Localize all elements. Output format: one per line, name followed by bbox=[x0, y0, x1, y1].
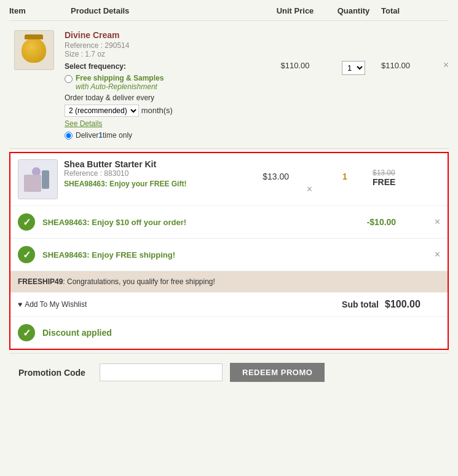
freeship-message: : Congratulations, you qualify for free … bbox=[63, 277, 215, 286]
divine-cream-image-box bbox=[14, 30, 54, 70]
promo-discount-amount: -$10.00 bbox=[367, 217, 435, 227]
cream-jar-icon bbox=[22, 38, 46, 63]
discount-applied-row: Discount applied bbox=[10, 317, 448, 349]
header-total: Total bbox=[381, 6, 449, 15]
promo-shipping-row: SHEA98463: Enjoy FREE shipping! × bbox=[10, 239, 448, 271]
shea-butter-remove-button[interactable]: × bbox=[307, 184, 312, 195]
promo-discount-row: SHEA98463: Enjoy $10 off your order! -$1… bbox=[10, 206, 448, 239]
auto-replenishment-label: Free shipping & Samples bbox=[76, 74, 164, 82]
shea-promo-code: SHEA98463 bbox=[64, 180, 105, 188]
shea-butter-reference: Reference : 883010 bbox=[64, 169, 245, 178]
auto-replenishment-radio[interactable] bbox=[65, 75, 73, 83]
promo-section-red-border: Shea Butter Starter Kit Reference : 8830… bbox=[9, 152, 449, 350]
divine-cream-image bbox=[9, 30, 58, 70]
header-details: Product Details bbox=[71, 6, 264, 15]
discount-check-icon bbox=[18, 324, 35, 341]
deliver-once-suffix: time only bbox=[103, 131, 132, 140]
divine-cream-row: Divine Cream Reference : 290514 Size : 1… bbox=[9, 24, 449, 149]
heart-icon: ♥ bbox=[18, 300, 22, 309]
deliver-once-prefix: Deliver bbox=[76, 131, 98, 140]
shea-box-icon bbox=[24, 175, 41, 192]
select-frequency-label: Select frequency: bbox=[65, 62, 264, 71]
deliver-every-row: Order today & deliver every bbox=[65, 93, 264, 102]
shea-butter-price: $13.00 bbox=[245, 159, 307, 181]
freeship-code: FREESHIP49 bbox=[18, 277, 63, 286]
divine-cream-name: Divine Cream bbox=[65, 30, 264, 40]
shea-butter-promo: SHEA98463: Enjoy your FREE Gift! bbox=[64, 180, 245, 188]
promo-shipping-label: : Enjoy FREE shipping! bbox=[87, 250, 175, 260]
header-qty: Quantity bbox=[326, 6, 381, 15]
divine-cream-details: Divine Cream Reference : 290514 Size : 1… bbox=[65, 30, 264, 142]
header-price: Unit Price bbox=[264, 6, 326, 15]
month-select-row: 2 (recommended) 1 3 4 5 6 month(s) bbox=[65, 105, 264, 117]
shea-butter-free-label: FREE bbox=[373, 177, 440, 187]
promo-shipping-check-icon bbox=[18, 246, 35, 263]
divine-cream-qty: 1 2 3 bbox=[326, 30, 381, 75]
auto-replenishment-option[interactable]: Free shipping & Samples with Auto-Replen… bbox=[65, 74, 264, 91]
promo-shipping-code: SHEA98463 bbox=[42, 250, 87, 260]
shea-promo-label: : Enjoy your FREE Gift! bbox=[105, 180, 187, 188]
promotion-code-label: Promotion Code bbox=[18, 368, 92, 378]
divine-cream-total: $110.00 × bbox=[381, 30, 449, 70]
divine-cream-reference: Reference : 290514 bbox=[65, 41, 264, 50]
see-details-link[interactable]: See Details bbox=[65, 119, 264, 128]
cart-header: Item Product Details Unit Price Quantity… bbox=[9, 6, 449, 21]
promo-shipping-text: SHEA98463: Enjoy FREE shipping! bbox=[42, 250, 367, 260]
header-item: Item bbox=[9, 6, 71, 15]
subtotal-value: $100.00 bbox=[385, 299, 440, 310]
promotion-code-section: Promotion Code REDEEM PROMO bbox=[9, 353, 449, 391]
month-select[interactable]: 2 (recommended) 1 3 4 5 6 bbox=[65, 105, 139, 117]
promo-discount-text: SHEA98463: Enjoy $10 off your order! bbox=[42, 218, 367, 227]
subtotal-label: Sub total bbox=[342, 299, 379, 309]
divine-cream-remove-button[interactable]: × bbox=[443, 60, 449, 71]
auto-replenishment-sublabel: with Auto-Replenishment bbox=[76, 82, 164, 91]
divine-cream-qty-select[interactable]: 1 2 3 bbox=[342, 61, 365, 74]
promo-discount-check-icon bbox=[18, 213, 35, 231]
shea-butter-qty: 1 bbox=[317, 159, 373, 181]
divine-cream-size: Size : 1.7 oz bbox=[65, 50, 264, 58]
subtotal-row: ♥ Add To My Wishlist Sub total $100.00 bbox=[10, 293, 448, 317]
shea-butter-icon bbox=[24, 167, 52, 192]
wishlist-label[interactable]: Add To My Wishlist bbox=[25, 300, 87, 309]
shea-tube-icon bbox=[42, 170, 49, 189]
redeem-promo-button[interactable]: REDEEM PROMO bbox=[230, 363, 325, 382]
month-suffix: month(s) bbox=[141, 106, 173, 115]
discount-applied-text: Discount applied bbox=[42, 328, 112, 338]
shea-butter-total: $13.00 FREE bbox=[373, 159, 440, 187]
shea-butter-original-price: $13.00 bbox=[373, 169, 440, 177]
promo-shipping-remove-button[interactable]: × bbox=[435, 249, 440, 260]
order-today-text: Order today & deliver every bbox=[65, 93, 154, 102]
shea-butter-row: Shea Butter Starter Kit Reference : 8830… bbox=[10, 153, 448, 206]
promo-discount-code: SHEA98463 bbox=[42, 218, 87, 227]
shea-butter-image bbox=[18, 159, 58, 199]
divine-cream-total-value: $110.00 bbox=[381, 61, 410, 70]
deliver-once-num: 1 bbox=[98, 131, 103, 140]
shea-butter-details: Shea Butter Starter Kit Reference : 8830… bbox=[64, 159, 245, 188]
shea-butter-name: Shea Butter Starter Kit bbox=[64, 159, 245, 169]
deliver-once-option[interactable]: Deliver 1 time only bbox=[65, 130, 264, 140]
promo-discount-remove-button[interactable]: × bbox=[435, 216, 440, 228]
shea-remove-wrapper: × bbox=[307, 172, 317, 195]
divine-cream-price: $110.00 bbox=[264, 30, 326, 70]
deliver-once-radio[interactable] bbox=[65, 132, 73, 140]
shea-butter-price-value: $13.00 bbox=[263, 172, 289, 181]
promo-discount-label: : Enjoy $10 off your order! bbox=[87, 218, 186, 227]
wishlist-link[interactable]: ♥ Add To My Wishlist bbox=[18, 300, 87, 309]
divine-cream-qty-select-wrapper[interactable]: 1 2 3 bbox=[342, 61, 365, 75]
freeship-notification: FREESHIP49: Congratulations, you qualify… bbox=[10, 271, 448, 293]
promotion-code-input[interactable] bbox=[100, 363, 223, 381]
